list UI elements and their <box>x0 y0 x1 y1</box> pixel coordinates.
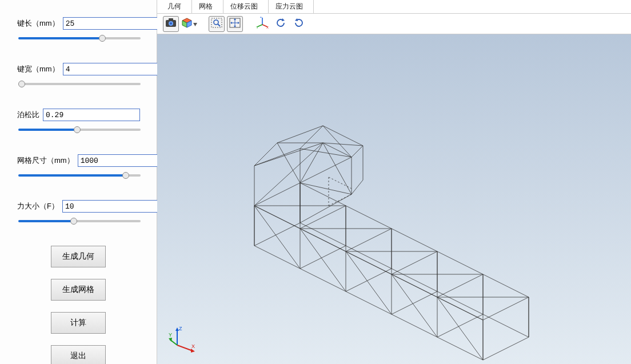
slider-force[interactable] <box>18 216 141 226</box>
slider-key-width[interactable] <box>18 79 141 89</box>
svg-text:Y: Y <box>256 26 258 29</box>
svg-line-69 <box>352 146 363 157</box>
input-key-width[interactable] <box>63 63 160 75</box>
3d-viewport[interactable]: Z X Y <box>157 34 631 364</box>
label-mesh-size: 网格尺寸（mm） <box>17 155 74 166</box>
tab-stress-contour[interactable]: 应力云图 <box>269 0 314 13</box>
zoom-area-icon <box>211 18 222 30</box>
cube-iso-icon <box>181 17 193 30</box>
svg-marker-17 <box>238 22 239 24</box>
svg-line-50 <box>437 297 483 320</box>
fit-view-icon <box>229 18 241 30</box>
svg-line-52 <box>300 229 346 291</box>
svg-rect-1 <box>169 18 173 21</box>
svg-line-33 <box>300 246 346 269</box>
svg-marker-24 <box>282 18 285 21</box>
exit-button[interactable]: 退出 <box>51 345 106 364</box>
svg-line-53 <box>346 251 392 314</box>
svg-point-3 <box>170 22 172 25</box>
svg-line-49 <box>392 274 437 297</box>
svg-marker-89 <box>169 338 172 342</box>
svg-line-79 <box>300 183 352 194</box>
main-pane: 几何 网格 位移云图 应力云图 <box>157 0 631 364</box>
view-cube-button[interactable] <box>181 16 197 32</box>
parameter-sidebar: 键长（mm） 键宽（mm） 泊松比 网格尺寸（mm） <box>0 0 157 364</box>
svg-line-55 <box>437 297 483 360</box>
svg-line-72 <box>254 143 323 206</box>
svg-line-71 <box>300 194 352 223</box>
tab-mesh[interactable]: 网格 <box>192 0 223 13</box>
generate-mesh-button[interactable]: 生成网格 <box>51 279 106 301</box>
compute-button[interactable]: 计算 <box>51 312 106 334</box>
axes-icon: Z X Y <box>256 17 269 31</box>
svg-text:Z: Z <box>260 17 262 18</box>
svg-line-70 <box>352 180 363 194</box>
axis-y-label: Y <box>169 332 172 338</box>
rotate-ccw-icon <box>275 17 286 30</box>
label-poisson: 泊松比 <box>17 110 39 120</box>
param-mesh-size: 网格尺寸（mm） <box>17 154 139 182</box>
slider-poisson[interactable] <box>18 125 141 135</box>
slider-mesh-size[interactable] <box>18 170 141 181</box>
svg-marker-16 <box>230 22 232 24</box>
svg-line-41 <box>392 291 437 314</box>
svg-line-10 <box>218 24 220 26</box>
input-key-length[interactable] <box>63 17 160 30</box>
svg-line-81 <box>329 177 352 189</box>
svg-text:X: X <box>266 26 269 29</box>
screenshot-button[interactable] <box>163 16 179 32</box>
axis-x-label: X <box>191 343 195 349</box>
input-poisson[interactable] <box>43 109 140 121</box>
svg-marker-87 <box>191 349 195 353</box>
svg-line-76 <box>323 126 352 157</box>
axes-toggle-button[interactable]: Z X Y <box>254 16 270 32</box>
label-key-width: 键宽（mm） <box>17 64 59 74</box>
generate-geometry-button[interactable]: 生成几何 <box>51 246 106 267</box>
svg-line-47 <box>300 229 346 251</box>
label-force: 力大小（F） <box>17 201 59 211</box>
svg-line-45 <box>437 314 483 337</box>
svg-line-37 <box>346 269 392 291</box>
svg-line-54 <box>392 274 437 337</box>
svg-line-83 <box>329 194 352 206</box>
svg-marker-25 <box>295 18 298 21</box>
svg-line-34 <box>346 229 392 251</box>
input-force[interactable] <box>62 200 159 213</box>
viewer-toolbar: Z X Y <box>157 14 631 34</box>
svg-line-66 <box>254 149 300 166</box>
axis-triad-icon: Z X Y <box>169 325 197 355</box>
param-poisson: 泊松比 <box>17 109 139 136</box>
rotate-ccw-button[interactable] <box>273 16 289 32</box>
param-force: 力大小（F） <box>17 200 139 227</box>
svg-line-30 <box>300 206 346 229</box>
tab-displacement-contour[interactable]: 位移云图 <box>223 0 269 13</box>
param-key-width: 键宽（mm） <box>17 63 139 90</box>
zoom-area-button[interactable] <box>209 16 225 32</box>
svg-line-48 <box>346 251 392 274</box>
svg-line-86 <box>177 345 193 351</box>
rotate-cw-button[interactable] <box>291 16 307 32</box>
fit-view-button[interactable] <box>227 16 243 32</box>
svg-marker-7 <box>193 23 197 26</box>
chevron-down-icon <box>193 19 197 28</box>
svg-line-68 <box>323 143 363 146</box>
result-tab-bar: 几何 网格 位移云图 应力云图 <box>157 0 631 14</box>
slider-key-length[interactable] <box>18 33 141 43</box>
svg-line-74 <box>300 157 352 183</box>
svg-line-80 <box>300 143 323 183</box>
param-key-length: 键长（mm） <box>17 17 139 45</box>
rotate-cw-icon <box>293 17 305 30</box>
svg-line-77 <box>277 143 300 183</box>
label-key-length: 键长（mm） <box>17 18 59 29</box>
svg-line-46 <box>254 206 300 229</box>
camera-icon <box>165 18 177 29</box>
tab-geometry[interactable]: 几何 <box>161 0 192 13</box>
svg-line-51 <box>254 206 300 269</box>
axis-z-label: Z <box>179 326 182 331</box>
action-button-stack: 生成几何 生成网格 计算 退出 <box>17 246 139 364</box>
svg-point-9 <box>214 20 218 25</box>
svg-line-73 <box>254 143 323 166</box>
svg-line-75 <box>300 149 352 157</box>
svg-line-67 <box>277 126 323 143</box>
wireframe-mesh <box>157 34 631 364</box>
